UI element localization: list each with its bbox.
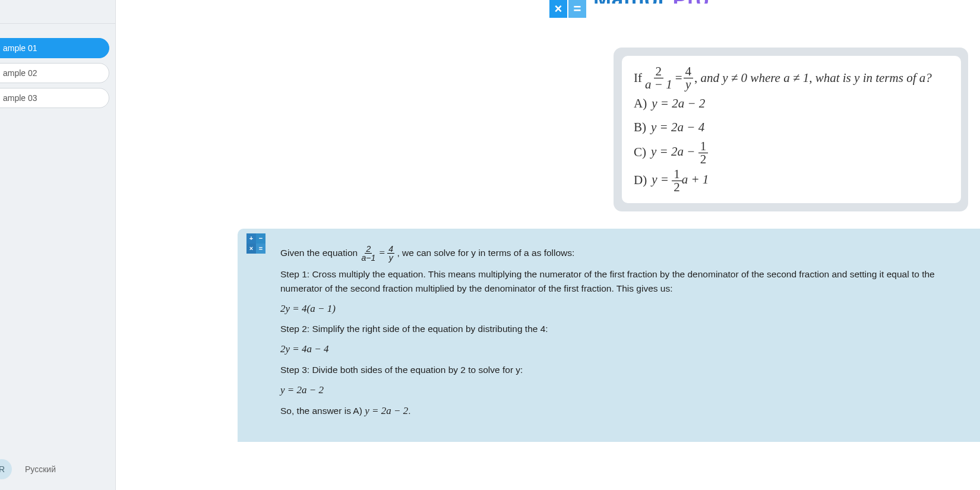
multiply-tile-icon: × [549,0,567,18]
sidebar: ample 01 ample 02 ample 03 R Русский [0,0,116,490]
fraction-2: 4 y [684,65,694,91]
q-condition: , and y ≠ 0 where a ≠ 1, what is y in te… [694,68,932,89]
question-statement: If 2 a − 1 = 4 y , and y ≠ 0 where a ≠ 1… [634,65,949,91]
example-01-item[interactable]: ample 01 [0,38,109,58]
example-02-item[interactable]: ample 02 [0,63,109,83]
example-03-item[interactable]: ample 03 [0,88,109,108]
step-3: Step 3: Divide both sides of the equatio… [280,363,966,377]
option-b[interactable]: B)y = 2a − 4 [634,117,949,138]
language-icon: R [0,459,12,479]
brand-tiles: × = [549,0,586,18]
question-body: If 2 a − 1 = 4 y , and y ≠ 0 where a ≠ 1… [622,56,961,203]
brand-row: × = Mathor Pro [549,0,709,18]
fraction-1: 2 a − 1 [643,65,674,91]
solution-intro: Given the equation 2a−1 = 4y , we can so… [280,245,966,262]
option-c[interactable]: C)y = 2a − 12 [634,140,949,166]
solution-final: So, the answer is A) y = 2a − 2. [280,403,966,419]
main-content: × = Mathor Pro If 2 a − 1 = 4 y , and y … [116,0,980,490]
language-label: Русский [25,464,56,474]
language-selector[interactable]: R Русский [0,459,56,479]
equals-tile-icon: = [568,0,586,18]
brand-title: Mathor Pro [593,0,709,4]
q-prefix: If [634,68,642,89]
equals-sign: = [675,68,682,89]
math-3: y = 2a − 2 [280,382,966,398]
option-d[interactable]: D)y = 12a + 1 [634,168,949,194]
sidebar-header-divider [0,0,115,24]
solution-panel: +−×= Given the equation 2a−1 = 4y , we c… [238,229,980,442]
option-a[interactable]: A)y = 2a − 2 [634,93,949,115]
step-1: Step 1: Cross multiply the equation. Thi… [280,267,966,296]
question-card: If 2 a − 1 = 4 y , and y ≠ 0 where a ≠ 1… [614,48,968,211]
math-1: 2y = 4(a − 1) [280,301,966,317]
solver-icon: +−×= [246,233,265,252]
math-2: 2y = 4a − 4 [280,342,966,357]
step-2: Step 2: Simplify the right side of the e… [280,322,966,336]
